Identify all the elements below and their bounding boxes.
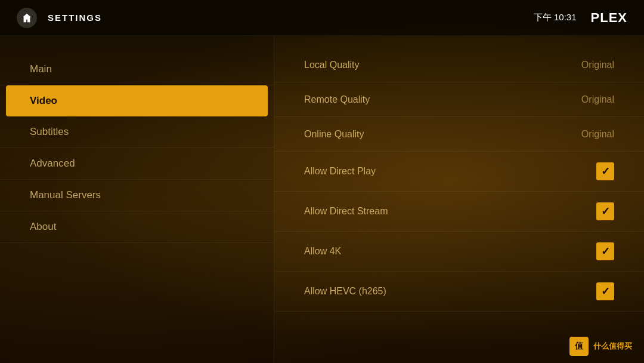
setting-row-local-quality[interactable]: Local Quality Original [274, 48, 644, 82]
sidebar-item-advanced[interactable]: Advanced [0, 148, 274, 180]
setting-value-online-quality: Original [581, 129, 614, 140]
watermark-icon: 值 [569, 337, 589, 356]
checkbox-allow-4k[interactable]: ✓ [596, 242, 614, 260]
sidebar-item-subtitles[interactable]: Subtitles [0, 116, 274, 148]
sidebar: Main Video Subtitles Advanced Manual Ser… [0, 36, 274, 363]
setting-row-allow-direct-play[interactable]: Allow Direct Play ✓ [274, 152, 644, 192]
header-right: 下午 10:31 PLEX [534, 10, 627, 26]
header-left: SETTINGS [17, 8, 102, 28]
setting-row-remote-quality[interactable]: Remote Quality Original [274, 82, 644, 117]
page-title: SETTINGS [48, 13, 102, 23]
setting-label-local-quality: Local Quality [304, 60, 360, 70]
checkbox-allow-direct-play[interactable]: ✓ [596, 162, 614, 180]
setting-label-online-quality: Online Quality [304, 129, 364, 140]
checkbox-allow-hevc[interactable]: ✓ [596, 282, 614, 300]
sidebar-item-about[interactable]: About [0, 211, 274, 243]
sidebar-item-video[interactable]: Video [6, 85, 268, 116]
setting-row-allow-direct-stream[interactable]: Allow Direct Stream ✓ [274, 192, 644, 232]
main-content: Main Video Subtitles Advanced Manual Ser… [0, 36, 644, 363]
setting-row-allow-4k[interactable]: Allow 4K ✓ [274, 232, 644, 272]
plex-logo: PLEX [591, 10, 627, 26]
setting-row-allow-hevc[interactable]: Allow HEVC (h265) ✓ [274, 272, 644, 312]
setting-row-online-quality[interactable]: Online Quality Original [274, 117, 644, 152]
setting-label-allow-hevc: Allow HEVC (h265) [304, 286, 386, 297]
home-button[interactable] [17, 8, 37, 28]
header: SETTINGS 下午 10:31 PLEX [0, 0, 644, 36]
setting-label-remote-quality: Remote Quality [304, 94, 370, 105]
checkbox-allow-direct-stream[interactable]: ✓ [596, 202, 614, 220]
settings-panel: Local Quality Original Remote Quality Or… [274, 36, 644, 363]
setting-value-local-quality: Original [581, 60, 614, 70]
setting-label-allow-direct-stream: Allow Direct Stream [304, 206, 388, 217]
setting-value-remote-quality: Original [581, 94, 614, 105]
sidebar-item-manual-servers[interactable]: Manual Servers [0, 180, 274, 211]
setting-label-allow-direct-play: Allow Direct Play [304, 166, 376, 177]
sidebar-item-main[interactable]: Main [0, 54, 274, 85]
watermark-bar: 值 什么值得买 [558, 330, 644, 363]
watermark-text: 什么值得买 [593, 341, 632, 352]
clock: 下午 10:31 [534, 12, 577, 23]
setting-label-allow-4k: Allow 4K [304, 246, 341, 257]
